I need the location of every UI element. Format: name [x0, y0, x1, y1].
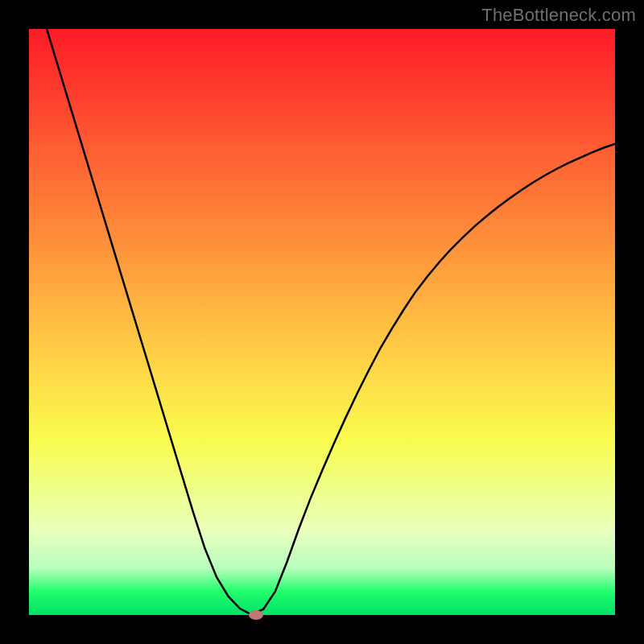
curve-svg — [29, 29, 615, 615]
plot-area — [29, 29, 615, 615]
minimum-marker — [249, 610, 263, 620]
bottleneck-curve — [29, 29, 615, 615]
chart-container: TheBottleneck.com — [0, 0, 644, 644]
watermark-text: TheBottleneck.com — [481, 5, 636, 26]
